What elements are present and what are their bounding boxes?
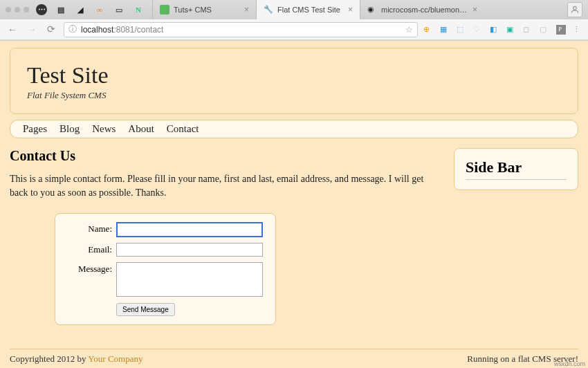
tab-bar: ⋯ ▤ ◢ ∞ ▭ N Tuts+ CMS × 🔧 Flat CMS Test …	[0, 0, 588, 19]
favicon-icon	[160, 5, 169, 15]
menu-icon[interactable]: ⋮	[573, 25, 582, 35]
user-profile-icon[interactable]	[567, 2, 582, 17]
message-textarea[interactable]	[116, 262, 263, 297]
sidebar: Side Bar	[454, 148, 578, 190]
site-subtitle: Flat File System CMS	[27, 90, 561, 101]
sidebar-heading: Side Bar	[466, 158, 567, 180]
github-icon: ◉	[367, 5, 377, 15]
url-path: /contact	[134, 25, 163, 35]
ext-right-3[interactable]: ⬚	[457, 25, 466, 35]
tab-title: microcosm-cc/bluemonday: b	[381, 6, 468, 14]
svg-point-0	[573, 6, 577, 10]
watermark: wsxdn.com	[554, 360, 585, 367]
ext-right-5[interactable]: ◧	[490, 25, 499, 35]
info-icon[interactable]: ⓘ	[68, 24, 77, 35]
url-port: :8081	[113, 25, 134, 35]
name-label: Name:	[68, 222, 116, 234]
ext-right-4[interactable]: ♡	[473, 25, 483, 35]
send-message-button[interactable]: Send Message	[116, 303, 175, 316]
page-heading: Contact Us	[10, 148, 443, 164]
name-input[interactable]	[116, 222, 263, 237]
ext-right-6[interactable]: ▣	[506, 25, 516, 35]
nav-pages[interactable]: Pages	[23, 123, 47, 135]
contact-form: Name: Email: Message: Send Message	[55, 213, 276, 325]
ext-icon-3[interactable]: ◢	[75, 4, 86, 15]
close-icon[interactable]: ×	[244, 5, 249, 15]
window-controls[interactable]	[6, 7, 29, 12]
nav-contact[interactable]: Contact	[167, 123, 199, 135]
intro-text: This is a simple contact form. Please fi…	[10, 172, 443, 199]
tab-flat-cms[interactable]: 🔧 Flat CMS Test Site ×	[256, 0, 360, 19]
browser-chrome: ⋯ ▤ ◢ ∞ ▭ N Tuts+ CMS × 🔧 Flat CMS Test …	[0, 0, 588, 41]
ext-icon-6[interactable]: N	[133, 4, 144, 15]
ext-right-1[interactable]: ⊕	[423, 25, 433, 35]
page-content: Test Site Flat File System CMS Pages Blo…	[0, 41, 588, 368]
message-label: Message:	[68, 262, 116, 275]
ext-right-9[interactable]: P	[556, 25, 566, 35]
bookmark-icon[interactable]: ☆	[405, 25, 413, 35]
nav-about[interactable]: About	[128, 123, 154, 135]
ext-icon-4[interactable]: ∞	[94, 4, 105, 15]
nav-blog[interactable]: Blog	[59, 123, 80, 135]
url-host: localhost	[81, 25, 113, 35]
ext-right-7[interactable]: ◻	[523, 25, 533, 35]
close-icon[interactable]: ×	[472, 5, 477, 15]
main-column: Contact Us This is a simple contact form…	[10, 148, 443, 325]
site-title: Test Site	[27, 62, 561, 89]
company-link[interactable]: Your Company	[88, 353, 143, 364]
footer: Copyrighted 2012 by Your Company Running…	[10, 349, 578, 365]
close-icon[interactable]: ×	[348, 5, 353, 15]
ext-icon-5[interactable]: ▭	[113, 4, 125, 15]
nav-news[interactable]: News	[92, 123, 116, 135]
tab-title: Tuts+ CMS	[174, 6, 240, 14]
tab-github[interactable]: ◉ microcosm-cc/bluemonday: b ×	[360, 0, 484, 19]
tab-tuts-cms[interactable]: Tuts+ CMS ×	[152, 0, 256, 19]
email-label: Email:	[68, 243, 116, 255]
reload-button[interactable]: ⟳	[44, 24, 58, 35]
email-input[interactable]	[116, 243, 263, 257]
copyright-text: Copyrighted 2012 by	[10, 353, 88, 364]
site-header: Test Site Flat File System CMS	[10, 48, 578, 114]
address-bar: ← → ⟳ ⓘ localhost:8081/contact ☆ ⊕ ▦ ⬚ ♡…	[0, 19, 588, 40]
forward-button: →	[25, 24, 39, 35]
footer-left: Copyrighted 2012 by Your Company	[10, 353, 143, 365]
ext-icon-2[interactable]: ▤	[55, 4, 66, 15]
ext-right-8[interactable]: ▢	[540, 25, 549, 35]
ext-icon-1[interactable]: ⋯	[36, 4, 47, 15]
url-input[interactable]: ⓘ localhost:8081/contact ☆	[64, 22, 418, 37]
ext-right-2[interactable]: ▦	[440, 25, 450, 35]
back-button[interactable]: ←	[6, 24, 19, 35]
main-nav: Pages Blog News About Contact	[10, 120, 578, 138]
favicon-icon: 🔧	[264, 5, 273, 15]
tab-title: Flat CMS Test Site	[277, 6, 344, 14]
